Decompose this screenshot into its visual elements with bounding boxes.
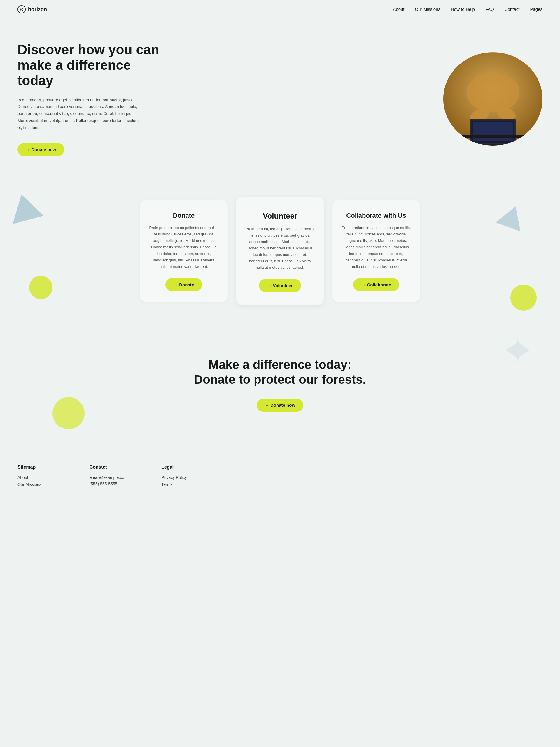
card-volunteer-title: Volunteer xyxy=(245,211,315,221)
svg-point-1 xyxy=(466,73,519,112)
nav-pages[interactable]: Pages xyxy=(530,7,542,12)
footer-sitemap-missions[interactable]: Our Missions xyxy=(18,482,78,487)
nav-our-missions[interactable]: Our Missions xyxy=(415,7,441,12)
cards-section: Donate Proin pretium, leo ac pellentesqu… xyxy=(0,179,560,329)
nav-how-to-help[interactable]: How to Help xyxy=(451,7,475,12)
footer-contact: Contact email@example.com (555) 555-5555 xyxy=(89,465,150,489)
logo[interactable]: ◎ horizon xyxy=(18,5,47,14)
cards-grid: Donate Proin pretium, leo ac pellentesqu… xyxy=(140,197,420,305)
deco-triangle-right xyxy=(496,202,528,231)
hero-image xyxy=(443,52,542,146)
nav-contact[interactable]: Contact xyxy=(505,7,520,12)
card-donate-cta[interactable]: → Donate xyxy=(165,278,202,291)
footer-legal: Legal Privacy Policy Terms xyxy=(161,465,222,489)
hero-cta-button[interactable]: → Donate now xyxy=(18,143,64,156)
cta-banner-button[interactable]: → Donate now xyxy=(257,398,303,412)
hero-section: Discover how you can make a difference t… xyxy=(0,19,560,179)
cta-banner: Make a difference today: Donate to prote… xyxy=(0,328,560,447)
svg-rect-7 xyxy=(473,122,513,141)
nav-links: About Our Missions How to Help FAQ Conta… xyxy=(393,7,542,12)
deco-circle-yellow-banner xyxy=(53,397,85,429)
footer: Sitemap About Our Missions Contact email… xyxy=(0,447,560,501)
card-donate: Donate Proin pretium, leo ac pellentesqu… xyxy=(140,200,228,302)
deco-circle-yellow-right xyxy=(510,284,537,311)
navbar: ◎ horizon About Our Missions How to Help… xyxy=(0,0,560,19)
card-donate-desc: Proin pretium, leo ac pellentesque molli… xyxy=(149,225,219,270)
card-volunteer: Volunteer Proin pretium, leo ac pellente… xyxy=(236,197,324,305)
hero-title: Discover how you can make a difference t… xyxy=(18,42,169,88)
card-collaborate-title: Collaborate with Us xyxy=(341,212,411,220)
hero-text: Discover how you can make a difference t… xyxy=(18,42,169,156)
cta-banner-title: Make a difference today: Donate to prote… xyxy=(18,357,542,387)
footer-legal-title: Legal xyxy=(161,465,222,470)
footer-contact-email: email@example.com xyxy=(89,475,150,480)
footer-sitemap: Sitemap About Our Missions xyxy=(18,465,78,489)
footer-terms[interactable]: Terms xyxy=(161,482,222,487)
footer-privacy-policy[interactable]: Privacy Policy xyxy=(161,475,222,480)
footer-sitemap-title: Sitemap xyxy=(18,465,78,470)
logo-icon: ◎ xyxy=(18,5,26,14)
hero-description: In dui magna, posuere eget, vestibulum e… xyxy=(18,97,140,131)
card-volunteer-desc: Proin pretium, leo ac pellentesque molli… xyxy=(245,226,315,271)
nav-faq[interactable]: FAQ xyxy=(485,7,494,12)
card-collaborate-desc: Proin pretium, leo ac pellentesque molli… xyxy=(341,225,411,270)
card-collaborate-cta[interactable]: → Collaborate xyxy=(353,278,399,291)
nav-about[interactable]: About xyxy=(393,7,404,12)
footer-grid: Sitemap About Our Missions Contact email… xyxy=(18,465,222,489)
footer-contact-title: Contact xyxy=(89,465,150,470)
deco-circle-yellow-left xyxy=(29,276,53,299)
footer-sitemap-about[interactable]: About xyxy=(18,475,78,480)
footer-contact-phone: (555) 555-5555 xyxy=(89,482,150,486)
deco-star-icon xyxy=(505,337,531,363)
card-collaborate: Collaborate with Us Proin pretium, leo a… xyxy=(332,200,420,302)
deco-triangle-left xyxy=(6,190,44,224)
logo-text: horizon xyxy=(28,6,47,12)
card-donate-title: Donate xyxy=(149,212,219,220)
card-volunteer-cta[interactable]: → Volunteer xyxy=(259,279,301,292)
svg-rect-6 xyxy=(463,145,523,146)
hero-image-inner xyxy=(443,52,542,146)
